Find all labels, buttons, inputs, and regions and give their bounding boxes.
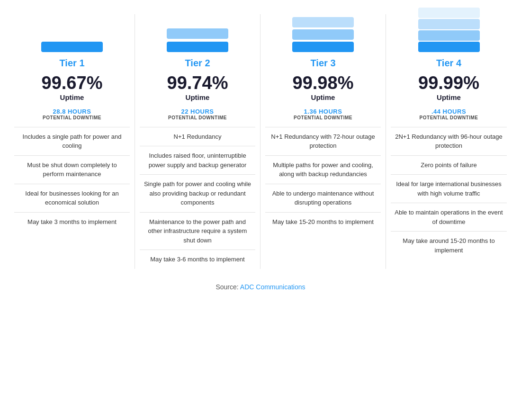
tier4-name: Tier 4 [436,58,461,69]
tier1-downtime-hours: 28.8 HOURS [53,108,91,115]
tier1-downtime-label: POTENTIAL DOWNTIME [43,115,101,120]
tier3-feature-4: May take 15-20 months to implement [265,212,381,232]
tier2-feature-3: Single path for power and cooling while … [140,174,255,212]
tier4-uptime-label: Uptime [437,93,461,101]
tier1-icon-stack [41,14,103,52]
tier2-uptime-pct: 99.74% [167,73,228,93]
tier1-feature-2: Must be shut down completely to perform … [14,155,130,184]
tier2-feature-2: Includes raised floor, uninterruptible p… [140,146,255,174]
tier3-name: Tier 3 [311,58,336,69]
source-link[interactable]: ADC Communications [240,283,305,291]
tier3-feature-3: Able to undergo maintenance without disr… [265,184,381,212]
tier2-feature-list: N+1 RedundancyIncludes raised floor, uni… [140,127,255,269]
tier4-bar-4 [418,42,480,52]
tier4-feature-2: Zero points of failure [391,155,507,175]
tier3-bar-1 [292,17,354,27]
tier1-feature-1: Includes a single path for power and coo… [14,127,130,155]
tier4-feature-1: 2N+1 Redundancy with 96-hour outage prot… [391,127,507,155]
tier4-feature-5: May take around 15-20 months to implemen… [391,231,507,259]
tier1-feature-3: Ideal for businesses looking for an econ… [14,184,130,212]
tier3-feature-list: N+1 Redundancy with 72-hour outage prote… [265,127,381,232]
tier2-feature-1: N+1 Redundancy [140,127,255,146]
tier1-name: Tier 1 [60,58,85,69]
tier4-bar-2 [418,19,480,29]
tier2-uptime-label: Uptime [186,93,210,101]
tier3-downtime-hours: 1.36 HOURS [304,108,342,115]
tier3-icon-stack [292,14,354,52]
tier-col-1: Tier 199.67%Uptime28.8 HOURSPOTENTIAL DO… [9,14,135,269]
tier4-icon-stack [418,14,480,52]
tier1-feature-4: May take 3 months to implement [14,212,130,232]
tier4-downtime-hours: .44 HOURS [431,108,466,115]
tier3-feature-2: Multiple paths for power and cooling, al… [265,155,381,184]
tier4-bar-1 [418,8,480,18]
tier2-downtime-label: POTENTIAL DOWNTIME [168,115,227,120]
tier1-uptime-pct: 99.67% [42,73,103,93]
tier1-feature-list: Includes a single path for power and coo… [14,127,130,232]
tier1-uptime-label: Uptime [60,93,84,101]
tier-col-2: Tier 299.74%Uptime22 HOURSPOTENTIAL DOWN… [135,14,260,269]
tier3-uptime-pct: 99.98% [293,73,354,93]
source-label: Source: [216,283,240,291]
tier2-name: Tier 2 [185,58,210,69]
tier4-feature-3: Ideal for large international businesses… [391,174,507,203]
tier3-bar-2 [292,29,354,40]
tier2-feature-4: Maintenance to the power path and other … [140,212,255,250]
tier-col-3: Tier 399.98%Uptime1.36 HOURSPOTENTIAL DO… [260,14,386,269]
tier2-bar-2 [167,42,228,52]
tier2-icon-stack [167,14,228,52]
tier2-downtime-hours: 22 HOURS [181,108,214,115]
tier3-downtime-label: POTENTIAL DOWNTIME [294,115,352,120]
tier2-bar-1 [167,28,228,39]
footer: Source: ADC Communications [216,283,305,291]
tier3-feature-1: N+1 Redundancy with 72-hour outage prote… [265,127,381,155]
tier4-downtime-label: POTENTIAL DOWNTIME [420,115,478,120]
tier4-uptime-pct: 99.99% [418,73,479,93]
tier2-feature-5: May take 3-6 months to implement [140,250,255,269]
tier-col-4: Tier 499.99%Uptime.44 HOURSPOTENTIAL DOW… [386,14,512,269]
tier4-feature-4: Able to maintain operations in the event… [391,203,507,231]
tier1-bar-1 [41,42,103,52]
tier3-bar-3 [292,42,354,52]
tier-grid: Tier 199.67%Uptime28.8 HOURSPOTENTIAL DO… [9,14,512,269]
tier4-feature-list: 2N+1 Redundancy with 96-hour outage prot… [391,127,507,260]
tier4-bar-3 [418,30,480,41]
tier3-uptime-label: Uptime [311,93,335,101]
